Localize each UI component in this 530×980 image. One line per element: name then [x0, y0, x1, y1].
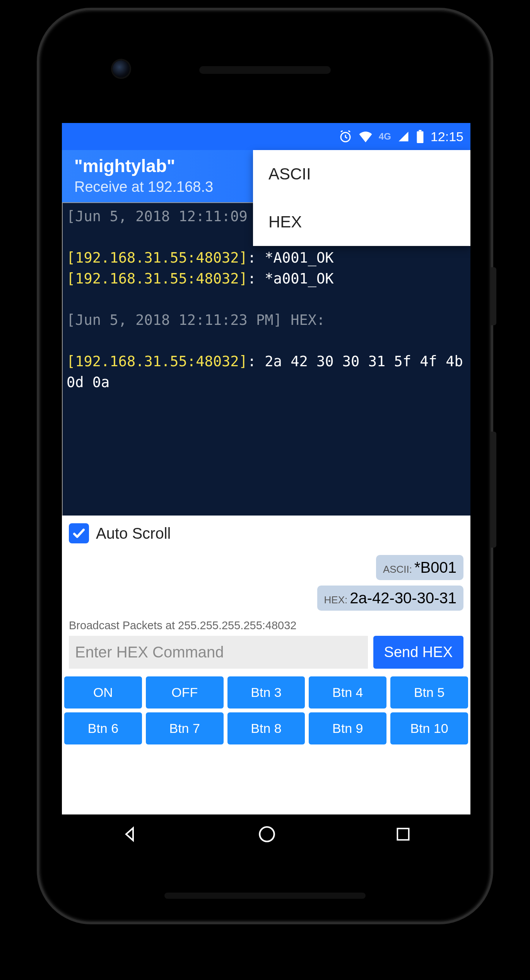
- status-bar: 4G 12:15: [62, 123, 470, 150]
- alarm-icon: [339, 130, 352, 143]
- quick-button-grid: ON OFF Btn 3 Btn 4 Btn 5 Btn 6 Btn 7 Btn…: [62, 671, 470, 748]
- format-dropdown-menu: ASCII HEX: [253, 150, 470, 246]
- ascii-value: *B001: [414, 559, 456, 576]
- command-input[interactable]: [69, 636, 368, 669]
- battery-icon: [416, 130, 424, 143]
- broadcast-info: Broadcast Packets at 255.255.255.255:480…: [69, 619, 463, 632]
- bottom-speaker-icon: [164, 893, 366, 899]
- system-nav-bar: [62, 814, 470, 854]
- quick-button-3[interactable]: Btn 3: [227, 676, 305, 709]
- hex-prefix: HEX:: [324, 594, 348, 606]
- ascii-preview-pill[interactable]: ASCII: *B001: [376, 555, 463, 580]
- ascii-prefix: ASCII:: [383, 563, 412, 575]
- menu-item-hex[interactable]: HEX: [253, 198, 470, 246]
- app-bar: "mightylab" Receive at 192.168.3 ASCII H…: [62, 150, 470, 202]
- quick-button-4[interactable]: Btn 4: [309, 676, 386, 709]
- quick-button-6[interactable]: Btn 6: [64, 712, 142, 744]
- quick-button-7[interactable]: Btn 7: [146, 712, 224, 744]
- wifi-icon: [359, 131, 373, 142]
- auto-scroll-row[interactable]: Auto Scroll: [69, 521, 463, 547]
- volume-rocker-icon: [491, 432, 496, 548]
- packet-payload: : *a001_OK: [248, 270, 334, 287]
- terminal-output[interactable]: [Jun 5, 2018 12:11:09 PM [192.168.31.55:…: [62, 202, 470, 516]
- back-icon[interactable]: [121, 825, 139, 843]
- quick-button-8[interactable]: Btn 8: [227, 712, 305, 744]
- svg-rect-1: [417, 131, 423, 143]
- hex-preview-pill[interactable]: HEX: 2a-42-30-30-31: [317, 586, 463, 611]
- send-button[interactable]: Send HEX: [373, 636, 463, 669]
- packet-address: [192.168.31.55:48032]: [67, 353, 248, 370]
- home-icon[interactable]: [257, 825, 277, 844]
- menu-item-ascii[interactable]: ASCII: [253, 150, 470, 198]
- speaker-grille-icon: [199, 66, 331, 74]
- auto-scroll-label: Auto Scroll: [96, 525, 171, 542]
- quick-button-9[interactable]: Btn 9: [309, 712, 386, 744]
- svg-rect-2: [419, 130, 422, 131]
- quick-button-on[interactable]: ON: [64, 676, 142, 709]
- packet-address: [192.168.31.55:48032]: [67, 270, 248, 287]
- quick-button-off[interactable]: OFF: [146, 676, 224, 709]
- packet-payload: : *A001_OK: [248, 249, 334, 266]
- quick-button-5[interactable]: Btn 5: [390, 676, 468, 709]
- front-camera-icon: [113, 60, 130, 77]
- svg-point-3: [260, 827, 274, 842]
- network-type-label: 4G: [379, 131, 391, 142]
- auto-scroll-checkbox[interactable]: [69, 523, 89, 543]
- power-button-icon: [491, 267, 496, 325]
- recents-icon[interactable]: [395, 826, 412, 843]
- signal-icon: [397, 131, 410, 142]
- screen: 4G 12:15 "mightylab" Receive at 192.168.…: [62, 123, 470, 854]
- packet-address: [192.168.31.55:48032]: [67, 249, 248, 266]
- hex-value: 2a-42-30-30-31: [350, 589, 456, 607]
- timestamp: [Jun 5, 2018 12:11:09 PM: [67, 208, 274, 225]
- quick-button-10[interactable]: Btn 10: [390, 712, 468, 744]
- svg-rect-4: [397, 828, 409, 840]
- timestamp: [Jun 5, 2018 12:11:23 PM] HEX:: [67, 312, 325, 328]
- checkmark-icon: [72, 526, 86, 540]
- clock-label: 12:15: [431, 129, 463, 144]
